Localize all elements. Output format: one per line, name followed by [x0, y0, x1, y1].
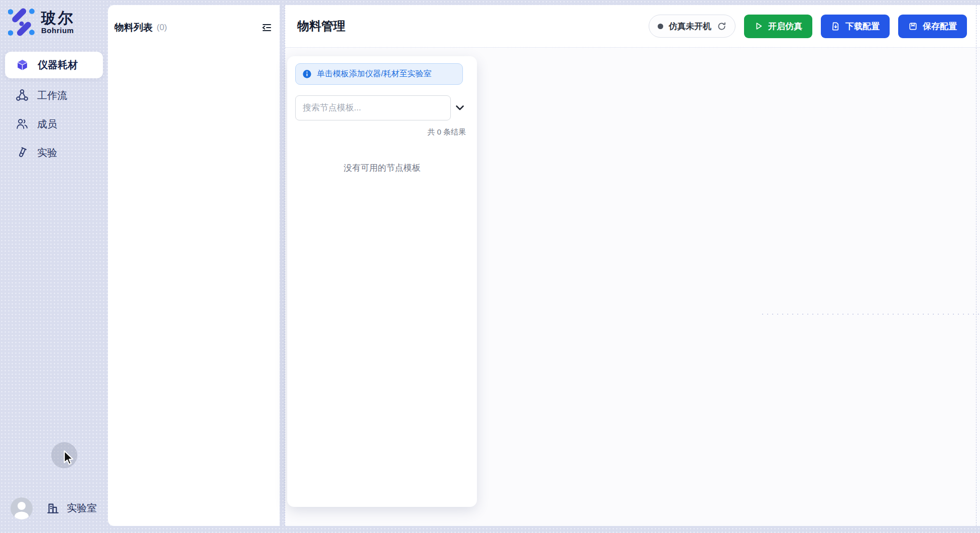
canvas-guide-line-horizontal — [762, 314, 980, 315]
refresh-icon[interactable] — [717, 22, 726, 31]
sidebar-item-members[interactable]: 成员 — [5, 112, 103, 136]
brand-name-en: Bohrium — [41, 26, 74, 35]
page-title: 物料管理 — [297, 18, 345, 34]
lab-label: 实验室 — [67, 501, 97, 515]
download-config-button[interactable]: 下载配置 — [821, 15, 890, 38]
sidebar-item-instruments[interactable]: 仪器耗材 — [5, 52, 103, 78]
sidebar-item-label: 成员 — [37, 117, 57, 131]
materials-list-panel: 物料列表 (0) — [108, 5, 280, 526]
brand-name-zh: 玻尔 — [41, 10, 74, 26]
mouse-cursor-icon — [63, 450, 76, 466]
sidebar-item-label: 仪器耗材 — [38, 58, 78, 72]
materials-list-count: (0) — [157, 23, 167, 33]
experiment-icon — [16, 147, 28, 159]
start-simulation-label: 开启仿真 — [768, 21, 802, 32]
canvas-border — [976, 5, 976, 526]
search-input[interactable] — [295, 95, 451, 120]
collapse-panel-icon[interactable] — [261, 22, 273, 34]
sidebar-footer: 实验室 — [0, 496, 108, 520]
status-dot-icon — [658, 24, 663, 29]
play-icon — [754, 22, 763, 31]
building-icon — [46, 501, 60, 515]
sidebar-item-label: 实验 — [37, 146, 57, 160]
download-file-icon — [831, 22, 840, 31]
sidebar-item-experiment[interactable]: 实验 — [5, 141, 103, 164]
simulation-status-label: 仿真未开机 — [669, 21, 711, 32]
template-search-row — [295, 95, 469, 120]
node-template-panel: 单击模板添加仪器/耗材至实验室 共 0 条结果 没有可用的节点模板 — [287, 56, 477, 507]
bohrium-logo-icon — [8, 8, 35, 36]
start-simulation-button[interactable]: 开启仿真 — [744, 15, 812, 38]
brand-logo[interactable]: 玻尔 Bohrium — [8, 8, 74, 36]
brand-name: 玻尔 Bohrium — [41, 10, 74, 35]
simulation-status-pill[interactable]: 仿真未开机 — [649, 15, 736, 38]
sidebar-item-workflow[interactable]: 工作流 — [5, 84, 103, 107]
empty-state-text: 没有可用的节点模板 — [295, 162, 469, 174]
materials-list-header: 物料列表 (0) — [108, 5, 280, 34]
header-actions: 仿真未开机 开启仿真 — [649, 15, 967, 38]
save-config-label: 保存配置 — [923, 21, 957, 32]
cube-icon — [16, 59, 29, 71]
main-header: 物料管理 仿真未开机 开启仿真 — [285, 5, 980, 48]
result-count: 共 0 条结果 — [295, 127, 469, 137]
workflow-icon — [16, 89, 28, 101]
lab-switcher[interactable]: 实验室 — [46, 501, 97, 515]
members-icon — [16, 118, 28, 130]
download-config-label: 下载配置 — [845, 21, 880, 32]
save-config-button[interactable]: 保存配置 — [898, 15, 967, 38]
user-avatar[interactable] — [11, 497, 33, 519]
info-banner-text: 单击模板添加仪器/耗材至实验室 — [317, 69, 431, 79]
sidebar-nav: 仪器耗材 工作流 成员 — [0, 52, 108, 170]
materials-list-title: 物料列表 — [114, 21, 153, 34]
chevron-down-icon[interactable] — [451, 105, 469, 111]
save-icon — [908, 22, 918, 31]
info-icon — [302, 69, 312, 79]
sidebar-item-label: 工作流 — [37, 89, 67, 102]
info-banner: 单击模板添加仪器/耗材至实验室 — [295, 63, 463, 85]
